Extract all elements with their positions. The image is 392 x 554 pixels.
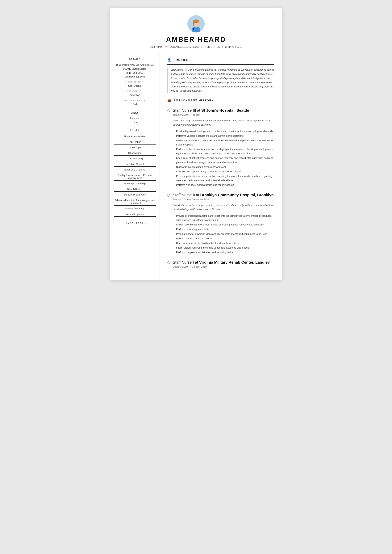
job-bullets: Provide professional nursing care to pat… xyxy=(173,214,274,254)
bullet-item: Inform patient regarding medicine usage … xyxy=(176,246,274,250)
profile-text: Staff Nurse RN with a Master's Degree in… xyxy=(167,68,274,93)
location: LOS ANGELES, CA 90291, UNITED STATES xyxy=(170,45,220,48)
skill-item: Quality Assurance and Process Improvemen… xyxy=(114,173,156,181)
job-0: Staff Nurse III at St John's Hospital, S… xyxy=(167,108,274,187)
profile-section: 👤 PROFILE Staff Nurse RN with a Master's… xyxy=(167,58,274,93)
employment-heading: 💼 EMPLOYMENT HISTORY xyxy=(167,98,274,102)
skill-item: Care Planning xyxy=(114,156,156,161)
job-title: Staff Nurse I at Virginia Military Rehab… xyxy=(173,260,270,265)
bullet-item: Perform complex administration and repor… xyxy=(176,250,274,254)
details-title: DETAILS xyxy=(114,58,156,60)
timeline-dot xyxy=(167,109,170,112)
skill-item: Electronic Charting xyxy=(114,167,156,172)
skill-item: Advanced Medical Technologies and Equipm… xyxy=(114,198,156,206)
job-dates: January 2019 — Present xyxy=(173,113,274,116)
job-header: Staff Nurse II at Brooklyn Community Hos… xyxy=(167,193,274,197)
bullet-item: Provide professional nursing care to pat… xyxy=(176,214,274,222)
bullet-item: Update patient's medical records xyxy=(176,237,274,241)
driving-value: Full xyxy=(114,102,156,106)
bullet-item: Promote patients' independence by educat… xyxy=(176,174,274,182)
skills-section: SKILLS Blood AdministrationLab TestingIV… xyxy=(114,129,156,217)
nationality-label: NATIONALITY xyxy=(114,90,156,92)
skill-item: Rehabilitation xyxy=(114,187,156,192)
skills-list: Blood AdministrationLab TestingIV Therap… xyxy=(114,134,156,217)
profile-title: PROFILE xyxy=(174,58,189,62)
bullet-item: Keep track of patient progress and post-… xyxy=(176,156,274,164)
profile-heading: 👤 PROFILE xyxy=(167,58,274,62)
bullet-item: Check recordkeeping of junior nurses reg… xyxy=(176,223,274,227)
twitter-link[interactable]: Twitter xyxy=(114,121,156,124)
job-description: Provided responsive, compassionate, pati… xyxy=(173,203,274,211)
languages-title: LANGUAGES xyxy=(114,222,156,224)
job-description: Acted as Charge Nurse evaluating staff r… xyxy=(173,119,274,127)
job-header: Staff Nurse III at St John's Hospital, S… xyxy=(167,108,274,113)
linkedin-link[interactable]: Linkedin xyxy=(114,117,156,119)
bullet-item: Performs various diagnostic tests and ad… xyxy=(176,134,274,138)
job-title: Staff Nurse II at Brooklyn Community Hos… xyxy=(173,193,274,197)
job-2: Staff Nurse I at Virginia Military Rehab… xyxy=(167,260,274,268)
job-bullets: Provide high-level nursing care to patie… xyxy=(173,129,274,187)
timeline-dot xyxy=(167,261,170,264)
avatar xyxy=(187,15,205,32)
driving-label: DRIVING LICENSE xyxy=(114,99,156,102)
job-title: Staff Nurse xyxy=(150,45,162,48)
jobs-list: Staff Nurse III at St John's Hospital, S… xyxy=(167,108,274,268)
svg-point-6 xyxy=(193,29,194,30)
header-subtitle: Staff Nurse 📍 LOS ANGELES, CA 90291, UNI… xyxy=(118,45,274,48)
main-content: 👤 PROFILE Staff Nurse RN with a Master's… xyxy=(160,52,282,280)
skill-item: Lab Testing xyxy=(114,139,156,145)
avatar-area xyxy=(118,15,274,33)
skill-item: Observation xyxy=(114,150,156,156)
timeline-dot xyxy=(167,194,170,197)
pob-label: PLACE OF BIRTH xyxy=(114,81,156,83)
languages-section: LANGUAGES xyxy=(114,222,156,224)
person-icon: 👤 xyxy=(167,58,172,62)
divider: | xyxy=(222,45,223,48)
pob-value: San Antonio xyxy=(114,84,156,88)
resume-body: DETAILS 1515 Pacific Ave, Los Angeles, C… xyxy=(110,52,282,280)
links-title: LINKS xyxy=(114,112,156,114)
bullet-item: Perform high-level administration and re… xyxy=(176,183,274,187)
skill-item: Wound Irrigation xyxy=(114,211,156,217)
briefcase-icon: 💼 xyxy=(167,98,172,102)
job-header: Staff Nurse I at Virginia Military Rehab… xyxy=(167,260,274,265)
skill-item: Patient Advocacy xyxy=(114,206,156,211)
job-dates: October 2019 — October 2019 xyxy=(173,265,274,268)
svg-point-5 xyxy=(193,21,195,26)
job-1: Staff Nurse II at Brooklyn Community Hos… xyxy=(167,193,274,254)
skills-title: SKILLS xyxy=(114,129,156,131)
details-section: DETAILS 1515 Pacific Ave, Los Angeles, C… xyxy=(114,58,156,106)
resume-header: AMBER HEARD Staff Nurse 📍 LOS ANGELES, C… xyxy=(110,8,282,52)
bullet-item: Perform duties of theatre nurse such as … xyxy=(176,147,274,156)
links-section: LINKS Linkedin Twitter xyxy=(114,112,156,124)
sidebar-phone: (541) 754-3010 xyxy=(114,71,156,75)
phone-number: (541) 754-3010 xyxy=(225,45,242,48)
job-title: Staff Nurse III at St John's Hospital, S… xyxy=(173,108,249,113)
skill-item: IV Therapy xyxy=(114,145,156,150)
skill-item: Blood Administration xyxy=(114,134,156,139)
sidebar: DETAILS 1515 Pacific Ave, Los Angeles, C… xyxy=(110,52,160,280)
bullet-item: Counsel and support family members of cr… xyxy=(176,169,274,174)
skill-item: Surgery Preparation xyxy=(114,192,156,197)
job-dates: January 2015 — December 2018 xyxy=(173,198,274,201)
skill-item: Nursing Leadership xyxy=(114,181,156,186)
location-icon: 📍 xyxy=(165,45,168,48)
employment-title: EMPLOYMENT HISTORY xyxy=(174,99,214,102)
email-link[interactable]: email@email.com xyxy=(114,75,156,79)
bullet-item: Discuss treatment plans with patient and… xyxy=(176,241,274,245)
bullet-item: Discharge patients upon physicians' appr… xyxy=(176,165,274,169)
bullet-item: Prep patients for physician visits and l… xyxy=(176,232,274,236)
nationality-value: American xyxy=(114,93,156,97)
candidate-name: AMBER HEARD xyxy=(118,35,274,43)
bullet-item: Provide high-level nursing care to patie… xyxy=(176,129,274,133)
employment-section: 💼 EMPLOYMENT HISTORY Staff Nurse III at … xyxy=(167,98,274,268)
address: 1515 Pacific Ave, Los Angeles, CA 90291,… xyxy=(114,63,156,71)
bullet-item: Perform basic diagnostic tests xyxy=(176,227,274,231)
bullet-item: Assist physician with procedures perform… xyxy=(176,138,274,147)
profile-divider xyxy=(167,64,274,65)
employment-divider xyxy=(167,105,274,105)
skill-item: Infection Control xyxy=(114,161,156,167)
